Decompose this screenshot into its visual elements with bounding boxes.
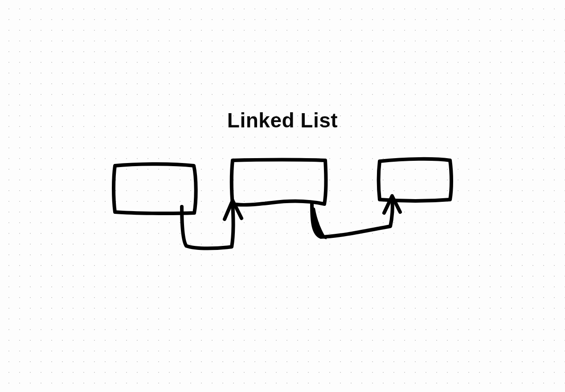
linked-list-diagram[interactable] xyxy=(0,0,565,392)
link-arrow-1[interactable] xyxy=(182,204,233,249)
node-box-1[interactable] xyxy=(114,164,196,213)
node-box-2[interactable] xyxy=(232,160,326,205)
link-arrow-2-base xyxy=(311,206,326,239)
node-box-3[interactable] xyxy=(379,159,451,201)
